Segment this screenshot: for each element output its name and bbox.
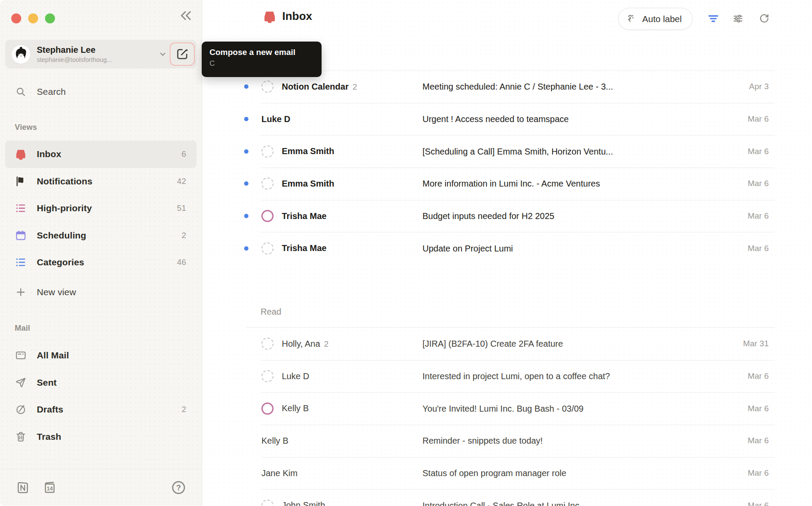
sidebar-item-label: Trash [37, 432, 61, 442]
account-email: stephanie@toolsforthoug... [37, 56, 158, 63]
sidebar-item-all-mail[interactable]: All Mail [5, 342, 197, 369]
sidebar-item-inbox[interactable]: Inbox 6 [5, 141, 197, 168]
drafts-icon [15, 403, 27, 416]
email-row[interactable]: Jane Kim Status of open program manager … [203, 457, 812, 490]
email-sender: Kelly B [282, 403, 309, 413]
compose-button[interactable] [170, 42, 195, 66]
account-name: Stephanie Lee [37, 45, 158, 55]
sidebar-item-label: Drafts [37, 404, 63, 415]
sidebar-item-trash[interactable]: Trash [5, 423, 197, 451]
high-priority-icon [15, 202, 27, 214]
close-button[interactable] [11, 13, 21, 23]
sidebar-item-notifications[interactable]: Notifications 42 [5, 168, 197, 195]
new-view-label: New view [37, 287, 76, 297]
email-sender: Kelly B [261, 436, 288, 446]
sidebar-item-count: 51 [177, 203, 186, 213]
sidebar-item-label: Notifications [37, 176, 92, 187]
email-sender: Luke D [282, 371, 309, 381]
email-thread-count: 2 [324, 339, 329, 349]
avatar-placeholder [261, 81, 274, 93]
email-subject: Introduction Call - Sales Role at Lumi I… [422, 500, 721, 506]
read-section-label: Read [261, 306, 281, 316]
all-mail-icon [15, 349, 27, 361]
email-sender: Notion Calendar [282, 82, 348, 92]
calendar-14-icon[interactable]: 14 [42, 480, 57, 495]
new-view-button[interactable]: New view [5, 279, 197, 306]
read-section-header: Read [203, 295, 812, 328]
sidebar-item-scheduling[interactable]: Scheduling 2 [5, 222, 197, 249]
email-subject: Budget inputs needed for H2 2025 [422, 211, 721, 221]
email-row[interactable]: Emma Smith More information in Lumi Inc.… [203, 168, 812, 200]
collapse-icon [178, 8, 193, 23]
trash-icon [15, 431, 27, 443]
auto-label-button[interactable]: Auto label [618, 8, 693, 30]
email-subject: Meeting scheduled: Annie C / Stephanie L… [422, 82, 721, 92]
auto-label-text: Auto label [642, 14, 682, 24]
sidebar-item-label: Sent [37, 377, 57, 388]
email-sender: Jane Kim [261, 468, 297, 478]
email-row[interactable]: Trisha Mae Budget inputs needed for H2 2… [203, 200, 812, 232]
sidebar-item-drafts[interactable]: Drafts 2 [5, 396, 197, 423]
minimize-button[interactable] [28, 13, 38, 23]
email-sender: Trisha Mae [282, 211, 326, 221]
sidebar-item-high-priority[interactable]: High-priority 51 [5, 195, 197, 222]
email-date: Mar 6 [748, 211, 769, 221]
sidebar-item-count: 42 [177, 177, 186, 186]
sidebar-item-label: Scheduling [37, 230, 86, 241]
email-row[interactable]: Holly, Ana 2 [JIRA] (B2FA-10) Create 2FA… [203, 328, 812, 360]
notifications-icon [15, 175, 27, 187]
email-subject: [Scheduling a Call] Emma Smith, Horizon … [422, 146, 721, 156]
email-subject: Reminder - snippets due today! [422, 436, 721, 446]
unread-dot-icon [244, 84, 248, 89]
email-subject: [JIRA] (B2FA-10) Create 2FA feature [422, 339, 721, 349]
search-label: Search [37, 87, 66, 97]
sidebar-item-sent[interactable]: Sent [5, 369, 197, 396]
email-subject: Urgent ! Access needed to teamspace [422, 114, 721, 124]
email-date: Mar 6 [748, 147, 769, 156]
email-row[interactable]: Kelly B You're Invited! Lumi Inc. Bug Ba… [203, 392, 812, 425]
email-row[interactable]: Trisha Mae Update on Project Lumi Mar 6 [203, 232, 812, 264]
refresh-icon[interactable] [758, 13, 770, 25]
email-row[interactable]: Luke D Urgent ! Access needed to teamspa… [203, 103, 812, 135]
read-list: Holly, Ana 2 [JIRA] (B2FA-10) Create 2FA… [203, 328, 812, 506]
inbox-icon [263, 10, 276, 23]
display-settings-icon[interactable] [732, 13, 744, 25]
email-sender: John Smith [282, 500, 325, 506]
zoom-button[interactable] [45, 13, 55, 23]
sidebar-item-label: Inbox [37, 149, 61, 159]
email-date: Mar 6 [748, 371, 769, 381]
sidebar-item-categories[interactable]: Categories 46 [5, 249, 197, 276]
email-thread-count: 2 [352, 82, 357, 92]
filter-icon[interactable] [707, 13, 719, 25]
email-subject: Status of open program manager role [422, 468, 721, 478]
avatar-placeholder [261, 242, 274, 255]
sidebar-item-label: All Mail [37, 350, 69, 361]
email-date: Mar 6 [748, 114, 769, 124]
sidebar: Stephanie Lee stephanie@toolsforthoug...… [0, 0, 202, 506]
email-date: Mar 6 [748, 501, 769, 506]
views-section-label: Views [15, 123, 37, 132]
email-row[interactable]: Kelly B Reminder - snippets due today! M… [203, 425, 812, 457]
email-row[interactable]: John Smith Introduction Call - Sales Rol… [203, 489, 812, 506]
collapse-sidebar-button[interactable] [177, 7, 194, 24]
mail-section-label: Mail [15, 324, 30, 333]
search-button[interactable]: Search [5, 78, 197, 106]
mail-list: All Mail Sent Drafts 2 Trash [0, 342, 202, 450]
unread-dot-icon [244, 149, 248, 154]
email-sender: Luke D [261, 114, 290, 124]
account-switcher[interactable]: Stephanie Lee stephanie@toolsforthoug... [5, 40, 197, 68]
sidebar-footer: 14 ? [0, 469, 202, 506]
window-controls [11, 13, 55, 23]
search-icon [15, 86, 27, 98]
avatar-placeholder [261, 500, 274, 506]
email-row[interactable]: Emma Smith [Scheduling a Call] Emma Smit… [203, 135, 812, 168]
email-row[interactable]: Luke D Interested in project Lumi, open … [203, 360, 812, 393]
unread-dot-icon [244, 181, 248, 186]
avatar-ring [261, 210, 274, 222]
notion-logo[interactable] [16, 480, 30, 495]
email-sender: Emma Smith [282, 146, 334, 156]
unread-dot-icon [244, 117, 248, 121]
avatar-placeholder [261, 177, 274, 190]
help-icon[interactable]: ? [171, 480, 186, 495]
sidebar-item-count: 6 [181, 149, 186, 159]
